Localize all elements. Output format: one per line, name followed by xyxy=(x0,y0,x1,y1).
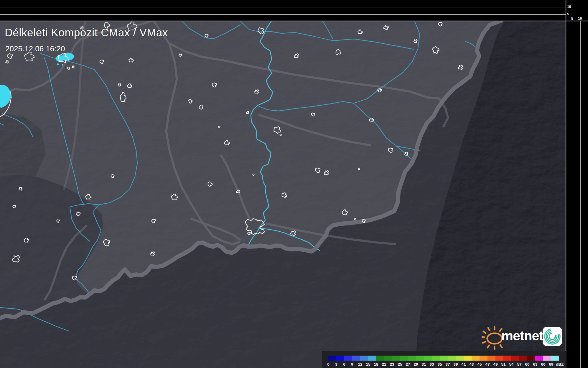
radar-app-window: Délkeleti Kompozit CMax / VMax 2025.12.0… xyxy=(0,0,588,368)
colorbar-tick-label: 54 xyxy=(509,362,513,367)
page-title: Délkeleti Kompozit CMax / VMax xyxy=(5,27,168,39)
colorbar-tick-label: 43 xyxy=(469,362,474,367)
right-scale-label-5: 5 xyxy=(571,17,573,21)
top-profile-gridlines xyxy=(0,7,566,14)
colorbar-tick-label: 41 xyxy=(461,362,466,367)
metnet-app-icon xyxy=(543,327,562,346)
colorbar-tick-label: 12 xyxy=(358,362,362,367)
colorbar-tick-label: 60 xyxy=(525,362,529,367)
colorbar-tick-label: 6 xyxy=(343,362,345,367)
spiral-icon xyxy=(543,327,562,346)
right-profile-gridlines xyxy=(573,21,581,368)
colorbar-tick-label: 23 xyxy=(390,362,394,367)
timestamp: 2025.12.06 16:20 xyxy=(5,44,65,53)
colorbar-tick-label: 25 xyxy=(398,362,402,367)
colorbar-tick-label: 31 xyxy=(421,362,426,367)
colorbar-tick-label: 66 xyxy=(541,362,545,367)
colorbar-tick-label: 45 xyxy=(477,362,482,367)
radar-map-canvas xyxy=(0,0,588,368)
colorbar-tick-label: 35 xyxy=(437,362,442,367)
colorbar-tick-label: 0 xyxy=(327,362,330,367)
colorbar-tick-label: 47 xyxy=(485,362,490,367)
colorbar-tick-label: 18 xyxy=(374,362,378,367)
colorbar-tick-label: 27 xyxy=(406,362,410,367)
top-scale-label-10: 10 xyxy=(567,5,571,9)
colorbar-tick-label: 33 xyxy=(429,362,434,367)
metnet-logo-text: metnet xyxy=(501,328,543,344)
right-scale-label-10: 10 xyxy=(578,17,582,21)
colorbar-tick-label: 39 xyxy=(453,362,458,367)
colorbar-tick-label: 51 xyxy=(501,362,505,367)
colorbar-labels: 0369121518212325272931333537394143454749… xyxy=(328,356,564,364)
colorbar-tick-label: 37 xyxy=(445,362,450,367)
top-scale-label-5: 5 xyxy=(567,12,569,16)
colorbar-tick-label: 29 xyxy=(414,362,418,367)
colorbar-tick-label: 3 xyxy=(335,362,337,367)
colorbar-tick-label: 9 xyxy=(351,362,353,367)
colorbar-tick-label: 49 xyxy=(493,362,498,367)
colorbar-tick-label: 63 xyxy=(533,362,537,367)
colorbar-tick-label: 57 xyxy=(517,362,521,367)
colorbar-tick-label: 21 xyxy=(382,362,386,367)
colorbar-tick-label: 69 xyxy=(549,362,553,367)
colorbar-unit-label: dBZ xyxy=(556,362,564,367)
colorbar-tick-label: 15 xyxy=(366,362,370,367)
